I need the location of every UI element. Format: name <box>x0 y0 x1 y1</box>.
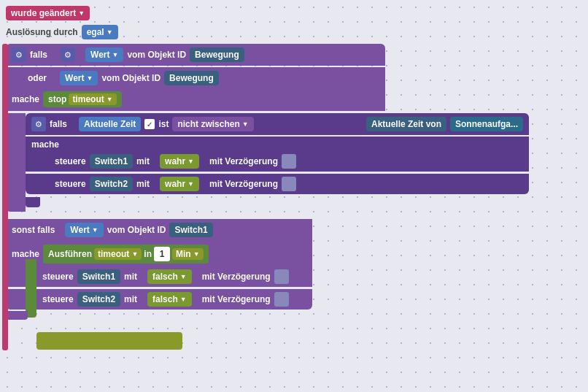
vom-objekt-id-3: vom Objekt ID <box>107 225 166 235</box>
vom-objekt-id-1: vom Objekt ID <box>127 50 186 60</box>
wurde-geaendert-pill[interactable]: wurde geändert <box>6 6 90 20</box>
falls-label-1: falls <box>30 50 47 60</box>
sonnenaufga-tag: Sonnenaufga... <box>450 117 523 131</box>
steuere-label-1: steuere <box>55 156 86 166</box>
gear-icon-2: ⚙ <box>61 47 75 62</box>
timeout-dropdown-2[interactable]: timeout <box>94 248 142 260</box>
delay-sq-4 <box>274 292 289 307</box>
steuere-label-4: steuere <box>42 294 74 304</box>
mit-verzoegerung-4: mit Verzögerung <box>202 294 271 304</box>
switch1-tag-2: Switch1 <box>169 223 212 237</box>
mit-label-3: mit <box>124 272 137 282</box>
stop-label: stop <box>48 94 66 104</box>
wahr-dropdown-2[interactable]: wahr <box>160 177 199 191</box>
num-input[interactable]: 1 <box>154 247 170 261</box>
wert-dropdown-1[interactable]: Wert <box>85 47 123 62</box>
switch2-tag-2: Switch2 <box>77 292 120 307</box>
egal-dropdown[interactable]: egal <box>82 25 118 39</box>
switch2-tag-1: Switch2 <box>90 177 133 191</box>
sonst-falls-label: sonst falls <box>12 225 55 235</box>
mit-verzoegerung-1: mit Verzögerung <box>209 156 278 166</box>
gear-icon-1: ⚙ <box>12 47 26 62</box>
nicht-zwischen-dropdown[interactable]: nicht zwischen <box>172 117 253 131</box>
switch1-tag-1: Switch1 <box>90 154 133 169</box>
checkmark-icon: ✓ <box>144 119 155 129</box>
mache-label-2: mache <box>31 139 59 150</box>
mache-label-1: mache <box>12 94 39 104</box>
wert-dropdown-3[interactable]: Wert <box>65 223 103 237</box>
aktuelle-zeit-tag: Aktuelle Zeit <box>79 117 141 131</box>
switch1-tag-3: Switch1 <box>77 269 120 284</box>
gear-icon-3: ⚙ <box>31 117 46 131</box>
bewegung-tag-2: Bewegung <box>164 71 219 85</box>
wert-dropdown-2[interactable]: Wert <box>60 71 98 85</box>
mit-label-4: mit <box>124 294 137 304</box>
falsch-dropdown-2[interactable]: falsch <box>147 292 192 307</box>
timeout-dropdown[interactable]: timeout <box>69 93 116 105</box>
delay-sq-1 <box>282 154 296 169</box>
falsch-dropdown-1[interactable]: falsch <box>147 269 192 284</box>
min-dropdown[interactable]: Min <box>172 248 204 260</box>
mit-label-1: mit <box>136 156 150 166</box>
bottom-placeholder <box>42 336 45 346</box>
aktuelle-zeit-von-label: Aktuelle Zeit von <box>366 117 446 131</box>
wahr-dropdown-1[interactable]: wahr <box>160 154 199 169</box>
in-label: in <box>144 249 152 259</box>
steuere-label-3: steuere <box>42 272 74 282</box>
bewegung-tag-1: Bewegung <box>190 47 244 62</box>
delay-sq-2 <box>282 177 296 191</box>
ausfuehren-label: Ausführen <box>48 249 92 259</box>
steuere-label-2: steuere <box>55 179 86 189</box>
ist-label: ist <box>158 119 169 129</box>
mit-verzoegerung-3: mit Verzögerung <box>202 272 271 282</box>
mit-label-2: mit <box>136 179 150 189</box>
falls-label-2: falls <box>50 119 67 129</box>
auslosung-label: Auslösung durch <box>6 27 78 37</box>
mache-label-3: mache <box>12 249 39 259</box>
delay-sq-3 <box>274 269 289 284</box>
mit-verzoegerung-2: mit Verzögerung <box>209 179 278 189</box>
vom-objekt-id-2: vom Objekt ID <box>101 73 160 83</box>
oder-label: oder <box>28 73 47 83</box>
